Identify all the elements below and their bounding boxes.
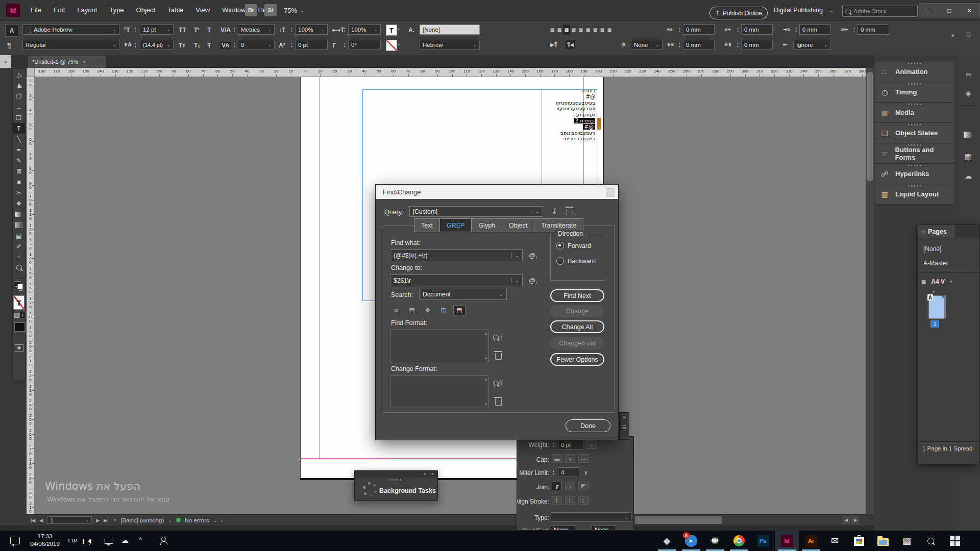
space-after-field[interactable]: 0 mm <box>741 40 773 50</box>
taskbar-app-mail[interactable]: ✉ <box>823 531 847 551</box>
taskbar-app-indesign[interactable]: Id <box>775 531 799 551</box>
gradient-swatch-tool[interactable] <box>13 209 25 219</box>
specify-find-format-icon[interactable]: T <box>493 334 503 341</box>
round-cap-icon[interactable]: ◖ <box>565 454 575 463</box>
menu-type[interactable]: Type <box>103 0 130 20</box>
master-item-a-master[interactable]: A-Master <box>923 260 948 267</box>
close-tab-icon[interactable]: × <box>83 59 86 65</box>
panel-header[interactable]: » × <box>355 471 437 478</box>
type-tool[interactable]: T <box>13 123 25 134</box>
selection-tool[interactable]: ▷ <box>13 69 25 80</box>
gap-tool[interactable]: ↔ <box>13 102 25 112</box>
scroll-up-icon[interactable]: ▴ <box>485 331 487 336</box>
content-collector-tool[interactable]: ❒ <box>13 112 25 123</box>
query-select[interactable]: [Custom] ⌄ <box>409 206 543 217</box>
publish-online-button[interactable]: ↥ Publish Online <box>709 7 768 19</box>
zoom-level-select[interactable]: 75% ⌄ <box>284 0 304 20</box>
skew-field[interactable]: 0° <box>348 40 381 50</box>
space-after-stepper[interactable]: ▴▾ <box>735 40 741 50</box>
font-family-select[interactable]: Adobe Hebrew ⌄ <box>22 24 119 35</box>
dock-button-buttons-and-forms[interactable]: ☞Buttons and Forms <box>875 143 954 164</box>
bridge-button[interactable]: Br <box>245 4 257 16</box>
kerning-field[interactable]: 0⌄ <box>238 40 275 50</box>
horizontal-scale-stepper[interactable]: ▴▾ <box>342 24 348 35</box>
scroll-left-arrow[interactable]: ◀ <box>842 516 850 524</box>
change-find-button[interactable]: Change/Find <box>550 337 604 349</box>
align-center-button[interactable]: ≣ <box>556 24 563 35</box>
projecting-cap-icon[interactable]: ▭ <box>578 454 589 463</box>
master-item-none[interactable]: [None] <box>923 245 941 253</box>
find-format-box[interactable]: ▴ ▾ <box>390 330 489 362</box>
done-button[interactable]: Done <box>566 419 610 432</box>
scroll-up-icon[interactable]: ▴ <box>485 377 487 382</box>
formatting-affects-text-swatch[interactable]: T <box>13 295 24 310</box>
vertical-justification-select[interactable]: None⌄ <box>631 40 663 50</box>
superscript-button[interactable]: T¹ <box>194 27 200 34</box>
page-number-badge[interactable]: 1 <box>930 320 939 328</box>
first-line-indent-stepper[interactable]: ▴▾ <box>793 24 799 35</box>
find-next-button[interactable]: Find Next <box>550 289 604 302</box>
kerning-stepper[interactable]: ▴▾ <box>232 24 237 35</box>
menu-file[interactable]: File <box>24 0 47 20</box>
right-indent-field[interactable]: 0 mm <box>741 24 773 35</box>
miter-field[interactable]: 4 <box>558 467 579 477</box>
font-size-field[interactable]: 12 pt⌄ <box>140 24 174 35</box>
align-justify-last-right-button[interactable]: ≣ <box>584 24 592 35</box>
notification-bubble-icon[interactable] <box>10 537 20 544</box>
pages-panel-tab[interactable]: ◇ Pages <box>918 225 955 238</box>
adobe-stock-search-input[interactable]: Adobe Stock <box>842 6 918 17</box>
layers-panel-icon[interactable]: ◈ <box>965 89 971 98</box>
document-tab[interactable]: *Untitled-1 @ 75% × <box>28 56 106 68</box>
leading-field[interactable]: (14.4 pt)⌄ <box>140 40 174 50</box>
dock-button-object-states[interactable]: ❑Object States <box>875 123 954 143</box>
underline-button[interactable]: T <box>207 27 211 34</box>
taskbar-app-file-explorer[interactable] <box>871 531 895 551</box>
butt-cap-icon[interactable]: ▬ <box>552 454 562 463</box>
last-line-indent-field[interactable]: 0 mm <box>857 24 889 35</box>
dock-button-liquid-layout[interactable]: ▥Liquid Layout <box>875 184 954 205</box>
page-number-select[interactable]: 1 ⌄ <box>47 516 92 524</box>
align-towards-spine-button[interactable]: ≣ <box>599 24 606 35</box>
maximize-button[interactable]: □ <box>939 4 959 18</box>
close-icon[interactable]: × <box>623 415 626 420</box>
weight-field[interactable]: 0 pt <box>558 440 583 449</box>
search-scope-select[interactable]: Document ⌄ <box>419 289 507 300</box>
include-master-pages-icon[interactable]: ◫ <box>437 305 450 315</box>
fill-swatch[interactable]: T <box>386 24 397 36</box>
character-formatting-icon[interactable]: A <box>5 24 18 37</box>
hidden-icons-chevron[interactable]: ^ <box>139 536 142 543</box>
find-special-chars-icon[interactable]: @, <box>529 252 537 259</box>
formatting-container-button[interactable] <box>14 313 19 318</box>
start-select[interactable]: None <box>551 525 575 531</box>
gradient-feather-tool[interactable] <box>13 219 25 230</box>
stroke-swatch[interactable] <box>386 40 397 51</box>
small-caps-button[interactable]: Tт <box>179 42 185 49</box>
collapsed-panel-strip[interactable]: × ☰ <box>619 412 629 440</box>
preflight-profile[interactable]: [Basic] (working) <box>120 517 164 523</box>
close-icon[interactable]: × <box>431 471 434 477</box>
taskbar-app-search[interactable] <box>919 531 943 551</box>
keep-options-select[interactable]: Ignore⌄ <box>793 40 831 50</box>
character-style-select[interactable]: [None]⌄ <box>420 24 480 35</box>
menu-edit[interactable]: Edit <box>47 0 71 20</box>
change-special-chars-icon[interactable]: @, <box>529 277 537 284</box>
tracking-field[interactable]: Metrics⌄ <box>238 24 275 35</box>
taskbar-clock[interactable]: 17:33 04/06/2019 <box>27 533 63 548</box>
right-indent-stepper[interactable]: ▴▾ <box>735 24 741 35</box>
dock-collapse-strip[interactable]: » <box>0 55 11 68</box>
all-caps-button[interactable]: TT <box>179 27 186 34</box>
vertical-scrollbar[interactable] <box>866 68 874 514</box>
baseline-shift-stepper[interactable]: ▴▾ <box>289 40 295 50</box>
taskbar-app-snipping-grid[interactable]: ▩ <box>895 531 919 551</box>
include-hidden-layers-icon[interactable]: ❖ <box>422 305 434 315</box>
font-style-select[interactable]: Regular⌄ <box>22 40 119 50</box>
links-panel-icon[interactable]: ∞ <box>966 69 971 78</box>
clear-find-format-icon[interactable] <box>495 353 502 360</box>
note-tool[interactable]: ▤ <box>13 230 25 241</box>
save-query-icon[interactable]: ↧ <box>551 207 557 215</box>
change-format-box[interactable]: ▴ ▾ <box>390 375 489 408</box>
round-join-icon[interactable]: ╭ <box>565 482 575 490</box>
weight-stepper[interactable]: ▴▾ <box>551 440 556 450</box>
stroke-flyout-icon[interactable]: › <box>398 42 400 47</box>
subscript-button[interactable]: T₁ <box>194 42 200 49</box>
